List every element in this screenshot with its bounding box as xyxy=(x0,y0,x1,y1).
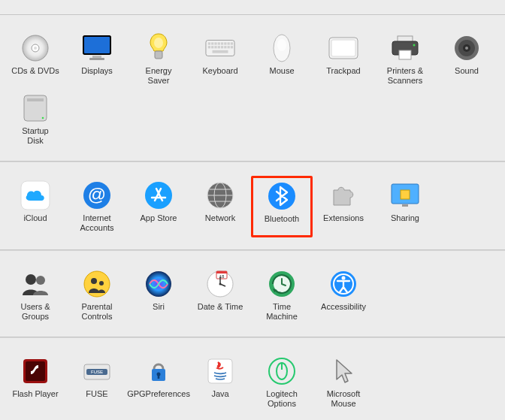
pane-sound[interactable]: Sound xyxy=(436,29,497,89)
svg-rect-24 xyxy=(228,46,230,48)
pane-internet-accounts[interactable]: @Internet Accounts xyxy=(66,176,128,237)
pane-label: Network xyxy=(205,213,235,233)
svg-rect-5 xyxy=(92,56,101,58)
pane-logitech-options[interactable]: Logitech Options xyxy=(251,352,313,412)
energy-saver-icon xyxy=(144,33,174,63)
svg-rect-67 xyxy=(216,271,227,273)
pane-microsoft-mouse[interactable]: Microsoft Mouse xyxy=(313,352,374,412)
svg-point-59 xyxy=(26,274,36,285)
svg-point-76 xyxy=(342,276,346,280)
pane-mouse[interactable]: Mouse xyxy=(251,29,313,89)
svg-rect-20 xyxy=(214,46,216,48)
pane-trackpad[interactable]: Trackpad xyxy=(313,29,374,89)
icloud-icon xyxy=(20,180,50,210)
svg-rect-57 xyxy=(401,190,410,199)
svg-point-38 xyxy=(465,47,468,50)
pane-label: Date & Time xyxy=(198,302,243,322)
pane-label: Extensions xyxy=(323,213,364,233)
pane-keyboard[interactable]: Keyboard xyxy=(189,29,251,89)
svg-rect-40 xyxy=(27,98,44,101)
pane-label: Displays xyxy=(81,66,113,86)
microsoft-mouse-icon xyxy=(328,356,358,386)
svg-rect-15 xyxy=(224,42,226,44)
svg-rect-10 xyxy=(208,42,210,44)
pane-label: Java xyxy=(211,389,228,409)
parental-controls-icon xyxy=(82,269,112,299)
displays-icon xyxy=(82,33,112,63)
pane-printers-scanners[interactable]: Printers & Scanners xyxy=(374,29,436,89)
users-groups-icon xyxy=(20,269,50,299)
pane-time-machine[interactable]: Time Machine xyxy=(251,264,313,325)
svg-point-2 xyxy=(34,47,37,50)
row: iCloud@Internet AccountsApp StoreNetwork… xyxy=(5,176,500,237)
pane-displays[interactable]: Displays xyxy=(66,29,128,89)
pane-siri[interactable]: Siri xyxy=(128,264,189,325)
pane-label: Time Machine xyxy=(266,302,298,322)
pane-label: Keyboard xyxy=(202,66,237,86)
pane-users-groups[interactable]: Users & Groups xyxy=(5,264,66,325)
pane-date-time[interactable]: 18Date & Time xyxy=(189,264,251,325)
pane-label: Sharing xyxy=(391,213,419,233)
row: Flash PlayerFUSEFUSEGPGPreferencesJavaLo… xyxy=(5,352,500,412)
pane-startup-disk[interactable]: Startup Disk xyxy=(5,89,66,149)
time-machine-icon xyxy=(267,269,297,299)
pane-label: Siri xyxy=(153,302,165,322)
pane-label: Logitech Options xyxy=(254,389,310,409)
pane-fuse[interactable]: FUSEFUSE xyxy=(66,352,128,412)
cds-dvds-icon xyxy=(20,33,50,63)
row: CDs & DVDsDisplaysEnergy SaverKeyboardMo… xyxy=(5,29,500,149)
section-thirdparty: Flash PlayerFUSEFUSEGPGPreferencesJavaLo… xyxy=(0,337,505,420)
svg-text:@: @ xyxy=(88,184,106,204)
pane-app-store[interactable]: App Store xyxy=(128,176,189,237)
internet-accounts-icon: @ xyxy=(82,180,112,210)
svg-rect-84 xyxy=(158,375,160,379)
section-system: Users & GroupsParental ControlsSiri18Dat… xyxy=(0,250,505,337)
pane-icloud[interactable]: iCloud xyxy=(5,176,66,237)
pane-network[interactable]: Network xyxy=(189,176,251,237)
pane-parental-controls[interactable]: Parental Controls xyxy=(66,264,128,325)
pane-label: App Store xyxy=(141,213,177,233)
keyboard-icon xyxy=(205,33,235,63)
pane-label: Microsoft Mouse xyxy=(327,389,361,409)
svg-point-34 xyxy=(413,44,416,47)
pane-java[interactable]: Java xyxy=(189,352,251,412)
network-icon xyxy=(205,180,235,210)
svg-rect-25 xyxy=(231,46,233,48)
svg-rect-14 xyxy=(221,42,223,44)
pane-label: Mouse xyxy=(269,66,294,86)
svg-point-28 xyxy=(277,39,286,51)
sharing-icon xyxy=(390,180,420,210)
pane-label: Internet Accounts xyxy=(80,213,113,233)
pane-bluetooth[interactable]: Bluetooth xyxy=(251,176,313,237)
svg-rect-6 xyxy=(89,58,104,60)
svg-point-8 xyxy=(154,38,163,48)
pane-label: CDs & DVDs xyxy=(11,66,59,86)
svg-rect-11 xyxy=(211,42,213,44)
pane-label: Printers & Scanners xyxy=(387,66,423,86)
pane-extensions[interactable]: Extensions xyxy=(313,176,374,237)
svg-rect-18 xyxy=(208,46,210,48)
pane-cds-dvds[interactable]: CDs & DVDs xyxy=(5,29,66,89)
logitech-options-icon xyxy=(267,356,297,386)
svg-rect-23 xyxy=(224,46,226,48)
svg-point-41 xyxy=(42,117,44,119)
gpg-preferences-icon xyxy=(144,356,174,386)
pane-label: Parental Controls xyxy=(82,302,113,322)
svg-rect-13 xyxy=(218,42,220,44)
pane-sharing[interactable]: Sharing xyxy=(374,176,436,237)
pane-label: Sound xyxy=(455,66,479,86)
svg-rect-30 xyxy=(331,40,355,56)
pane-energy-saver[interactable]: Energy Saver xyxy=(128,29,189,89)
fuse-icon: FUSE xyxy=(82,356,112,386)
pane-gpg-preferences[interactable]: GPGPreferences xyxy=(128,352,189,412)
pane-label: Flash Player xyxy=(12,389,58,409)
svg-rect-58 xyxy=(402,204,408,207)
pane-label: Energy Saver xyxy=(146,66,172,86)
trackpad-icon xyxy=(328,33,358,63)
pane-accessibility[interactable]: Accessibility xyxy=(313,264,374,325)
pane-label: Users & Groups xyxy=(20,302,50,322)
svg-text:FUSE: FUSE xyxy=(91,370,103,374)
top-spacer xyxy=(0,0,505,15)
siri-icon xyxy=(144,269,174,299)
pane-flash-player[interactable]: Flash Player xyxy=(5,352,66,412)
